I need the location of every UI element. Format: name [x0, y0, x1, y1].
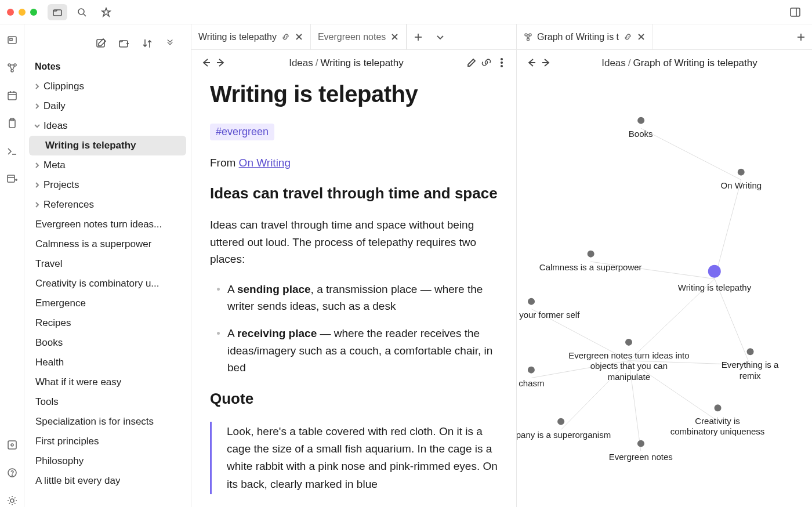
sidebar-item-label: Recipes	[35, 317, 71, 329]
sort-button[interactable]	[139, 35, 156, 52]
svg-rect-2	[791, 8, 800, 16]
new-tab-button[interactable]	[790, 24, 812, 49]
sidebar-item-label: Clippings	[44, 81, 84, 92]
nav-forward-button[interactable]	[216, 57, 226, 70]
link-icon	[624, 32, 632, 41]
more-options-button[interactable]	[496, 57, 507, 70]
tab-title: Graph of Writing is t	[537, 32, 619, 42]
graph-node[interactable]: Evergreen notes turn ideas into objects …	[568, 339, 690, 383]
tab[interactable]: Evergreen notes	[311, 24, 407, 49]
sidebar-note[interactable]: Emergence	[29, 294, 186, 313]
command-palette-button[interactable]	[3, 143, 21, 160]
note-tag[interactable]: #evergreen	[210, 124, 274, 140]
sidebar-folder[interactable]: References	[29, 195, 186, 215]
graph-node[interactable]: On Writing	[720, 169, 762, 191]
graph-node[interactable]: Creativity is combinatory uniqueness	[670, 404, 765, 438]
navbar-left: Ideas/Writing is telepathy	[191, 50, 516, 77]
sidebar-folder[interactable]: Clippings	[29, 77, 186, 96]
sidebar-note[interactable]: Calmness is a superpower	[29, 234, 186, 254]
sidebar-folder[interactable]: Ideas	[29, 116, 186, 136]
graph-node[interactable]: Books	[629, 117, 653, 140]
tab-list-button[interactable]	[429, 24, 451, 49]
arrow-right-icon	[216, 57, 226, 68]
nav-back-button[interactable]	[526, 57, 536, 70]
sidebar-note[interactable]: Writing is telepathy	[29, 136, 186, 155]
close-icon[interactable]	[390, 32, 399, 41]
help-button[interactable]	[3, 464, 21, 481]
close-icon[interactable]	[637, 32, 646, 41]
sidebar-note[interactable]: Recipes	[29, 313, 186, 333]
graph-node[interactable]: chasm	[519, 367, 544, 389]
graph-canvas[interactable]: BooksOn WritingCalmness is a superpowerW…	[517, 77, 812, 507]
new-tab-button[interactable]	[407, 24, 429, 49]
new-note-button[interactable]	[92, 35, 110, 52]
sidebar-folder[interactable]: Daily	[29, 96, 186, 116]
edit-mode-button[interactable]	[466, 57, 477, 70]
sidebar-item-label: Health	[35, 357, 64, 368]
graph-node[interactable]: Writing is telepathy	[678, 265, 751, 293]
nav-forward-button[interactable]	[541, 57, 552, 70]
sidebar-note[interactable]: Health	[29, 353, 186, 372]
collapse-button[interactable]	[162, 35, 179, 52]
breadcrumb-left[interactable]: Ideas/Writing is telepathy	[231, 57, 462, 69]
sidebar-note[interactable]: Creativity is combinatory u...	[29, 274, 186, 294]
breadcrumb-right[interactable]: Ideas/Graph of Writing is telepathy	[556, 57, 803, 69]
svg-point-36	[527, 38, 529, 41]
from-link[interactable]: On Writing	[239, 157, 291, 169]
graph-node[interactable]: Everything is a remix	[719, 348, 781, 382]
svg-point-21	[11, 444, 13, 446]
files-button[interactable]	[48, 4, 67, 20]
sidebar-note[interactable]: Books	[29, 333, 186, 353]
graph-node[interactable]: Calmness is a superpower	[539, 251, 642, 273]
graph-pane: Graph of Writing is t Ideas/Graph of Wri…	[517, 24, 812, 507]
nav-back-button[interactable]	[201, 57, 211, 70]
sidebar-note[interactable]: What if it were easy	[29, 372, 186, 392]
arrow-right-icon	[541, 57, 552, 68]
new-canvas-button[interactable]	[3, 171, 21, 188]
sidebar-note[interactable]: First principles	[29, 432, 186, 451]
graph-node[interactable]: gation to your former self	[517, 298, 579, 320]
sidebar-note[interactable]: Tools	[29, 392, 186, 412]
graph-node[interactable]: Evergreen notes	[609, 440, 673, 462]
search-button[interactable]	[72, 4, 92, 20]
minimize-window-button[interactable]	[19, 9, 26, 16]
sidebar-note[interactable]: Evergreen notes turn ideas...	[29, 215, 186, 234]
svg-rect-20	[8, 441, 16, 449]
sidebar-note[interactable]: Specialization is for insects	[29, 412, 186, 432]
sidebar-note[interactable]: Philosophy	[29, 451, 186, 471]
bookmarks-button[interactable]	[96, 4, 116, 20]
tab[interactable]: Graph of Writing is t	[517, 24, 653, 49]
pencil-icon	[466, 57, 477, 68]
daily-notes-button[interactable]	[3, 87, 21, 104]
node-label: Writing is telepathy	[678, 282, 751, 293]
graph-node[interactable]: npany is a superorganism	[517, 418, 611, 441]
sidebar-note[interactable]: A little bit every day	[29, 471, 186, 491]
close-icon[interactable]	[295, 32, 303, 41]
help-icon	[6, 467, 18, 479]
toggle-right-panel-button[interactable]	[785, 4, 805, 20]
sidebar-folder[interactable]: Meta	[29, 155, 186, 175]
node-dot-icon	[637, 117, 644, 124]
navbar-right: Ideas/Graph of Writing is telepathy	[517, 50, 812, 77]
vault-button[interactable]	[3, 436, 21, 454]
tab[interactable]: Writing is telepathy	[191, 24, 311, 49]
templates-button[interactable]	[3, 115, 21, 132]
sidebar-note[interactable]: Travel	[29, 254, 186, 274]
new-folder-button[interactable]	[115, 35, 133, 52]
node-dot-icon	[557, 418, 564, 425]
tab-title: Writing is telepathy	[198, 32, 277, 42]
close-window-button[interactable]	[7, 9, 14, 16]
sidebar-folder[interactable]: Projects	[29, 175, 186, 195]
sidebar-item-label: Projects	[44, 179, 79, 191]
clipboard-icon	[6, 118, 18, 129]
copy-link-button[interactable]	[481, 57, 492, 70]
settings-button[interactable]	[3, 492, 21, 507]
graph-view-button[interactable]	[3, 59, 21, 77]
sidebar-item-label: A little bit every day	[35, 475, 120, 487]
quick-switcher-button[interactable]	[3, 31, 21, 49]
node-dot-icon	[738, 169, 745, 176]
note-content[interactable]: Writing is telepathy #evergreen From On …	[191, 77, 516, 507]
sidebar-item-label: Evergreen notes turn ideas...	[35, 219, 162, 230]
node-dot-icon	[625, 339, 632, 346]
maximize-window-button[interactable]	[30, 9, 37, 16]
